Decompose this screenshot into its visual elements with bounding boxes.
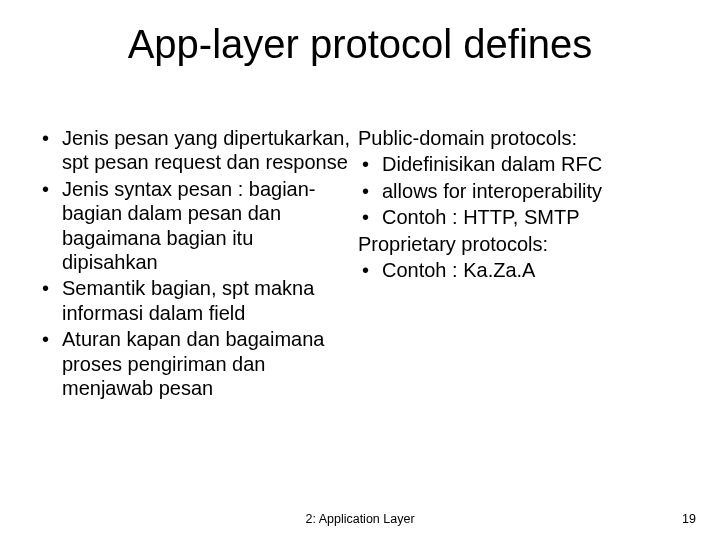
list-item: Contoh : HTTP, SMTP — [378, 205, 686, 229]
left-bullet-list: Jenis pesan yang dipertukarkan, spt pesa… — [38, 126, 354, 400]
section-heading: Proprietary protocols: — [358, 232, 686, 256]
list-item: Didefinisikan dalam RFC — [378, 152, 686, 176]
section-heading: Public-domain protocols: — [358, 126, 686, 150]
right-bullet-list-2: Contoh : Ka.Za.A — [358, 258, 686, 282]
list-item: allows for interoperability — [378, 179, 686, 203]
list-item: Jenis pesan yang dipertukarkan, spt pesa… — [58, 126, 354, 175]
slide-title: App-layer protocol defines — [0, 22, 720, 67]
list-item: Contoh : Ka.Za.A — [378, 258, 686, 282]
list-item: Jenis syntax pesan : bagian-bagian dalam… — [58, 177, 354, 275]
list-item: Semantik bagian, spt makna informasi dal… — [58, 276, 354, 325]
right-column: Public-domain protocols: Didefinisikan d… — [358, 126, 686, 402]
slide: App-layer protocol defines Jenis pesan y… — [0, 0, 720, 540]
page-number: 19 — [682, 512, 696, 526]
right-bullet-list-1: Didefinisikan dalam RFC allows for inter… — [358, 152, 686, 229]
list-item: Aturan kapan dan bagaimana proses pengir… — [58, 327, 354, 400]
left-column: Jenis pesan yang dipertukarkan, spt pesa… — [38, 126, 354, 402]
footer-center-text: 2: Application Layer — [0, 512, 720, 526]
content-columns: Jenis pesan yang dipertukarkan, spt pesa… — [38, 126, 686, 402]
